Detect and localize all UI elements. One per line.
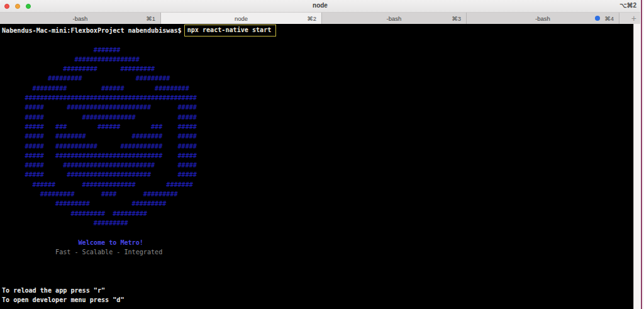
- new-tab-button[interactable]: +: [631, 13, 636, 24]
- ascii-logo-line: ##### ######## ######## #####: [2, 132, 633, 141]
- activity-dot-icon: [595, 16, 600, 21]
- tab-bash-1[interactable]: -bash ⌘1: [0, 13, 161, 24]
- tab-shortcut: ⌘1: [146, 15, 155, 22]
- background-window-edge-line: [641, 0, 642, 309]
- ascii-logo-line: ######### #########: [2, 74, 633, 83]
- ascii-logo-line: ######### #########: [2, 199, 633, 208]
- terminal-content[interactable]: Nabendus-Mac-mini:FlexboxProject nabendu…: [0, 24, 633, 309]
- window-title: node: [0, 2, 640, 9]
- ascii-logo-line: ##### ############################ #####: [2, 151, 633, 160]
- blank-line: [2, 35, 633, 45]
- tab-label: -bash: [535, 15, 550, 22]
- tab-bash-3[interactable]: -bash ⌘3: [322, 13, 467, 24]
- tab-label: -bash: [73, 15, 88, 22]
- tagline: Fast - Scalable - Integrated: [2, 247, 633, 257]
- tab-shortcut: ⌘2: [307, 15, 316, 22]
- ascii-logo-line: ##### ############## #####: [2, 113, 633, 122]
- tab-node[interactable]: node ⌘2: [161, 13, 322, 24]
- ascii-logo-line: ##### ### ###### ### #####: [2, 122, 633, 132]
- ascii-logo-line: ##### ########### ########### #####: [2, 142, 633, 151]
- newtab-area: +: [619, 13, 640, 24]
- tab-label: node: [235, 15, 248, 22]
- tab-bar: -bash ⌘1 node ⌘2 -bash ⌘3 -bash ⌘4 +: [0, 13, 640, 24]
- window-title-shortcut: ⌥⌘2: [619, 2, 636, 9]
- blank-line: [2, 257, 633, 266]
- ascii-logo-line: ###### ############## #######: [2, 180, 633, 189]
- tab-shortcut: ⌘4: [604, 15, 614, 22]
- welcome-message: Welcome to Metro!: [2, 238, 633, 247]
- ascii-logo-line: ##### ###################### #####: [2, 103, 633, 112]
- ascii-logo-line: #########: [2, 218, 633, 228]
- ascii-logo-line: #######: [2, 45, 633, 55]
- prompt-line: Nabendus-Mac-mini:FlexboxProject nabendu…: [2, 26, 633, 35]
- screen: node ⌥⌘2 -bash ⌘1 node ⌘2 -bash ⌘3 -bash…: [0, 0, 644, 309]
- titlebar: node ⌥⌘2: [0, 0, 640, 13]
- shell-prompt: Nabendus-Mac-mini:FlexboxProject nabendu…: [2, 27, 182, 34]
- hint-devmenu: To open developer menu press "d": [2, 295, 633, 305]
- ascii-logo-line: ##### ######################## #####: [2, 160, 633, 170]
- ascii-logo-line: ######### #########: [2, 64, 633, 74]
- scrollbar[interactable]: [633, 24, 640, 309]
- ascii-logo-line: #################: [2, 55, 633, 64]
- ascii-logo-line: ######### #########: [2, 209, 633, 218]
- blank-line: [2, 276, 633, 286]
- ascii-logo-line: ##### ###################### #####: [2, 170, 633, 179]
- blank-line: [2, 228, 633, 237]
- ascii-logo-line: ######### ###### #########: [2, 84, 633, 93]
- command-highlight-box: npx react-native start: [184, 25, 277, 37]
- tab-bash-4[interactable]: -bash ⌘4: [467, 13, 619, 24]
- terminal-window: node ⌥⌘2 -bash ⌘1 node ⌘2 -bash ⌘3 -bash…: [0, 0, 640, 309]
- tab-label: -bash: [387, 15, 402, 22]
- ascii-logo-line: ######### #### #########: [2, 189, 633, 199]
- hint-reload: To reload the app press "r": [2, 286, 633, 295]
- blank-line: [2, 266, 633, 276]
- ascii-logo-line: ########################################…: [2, 93, 633, 103]
- tab-shortcut: ⌘3: [452, 15, 461, 22]
